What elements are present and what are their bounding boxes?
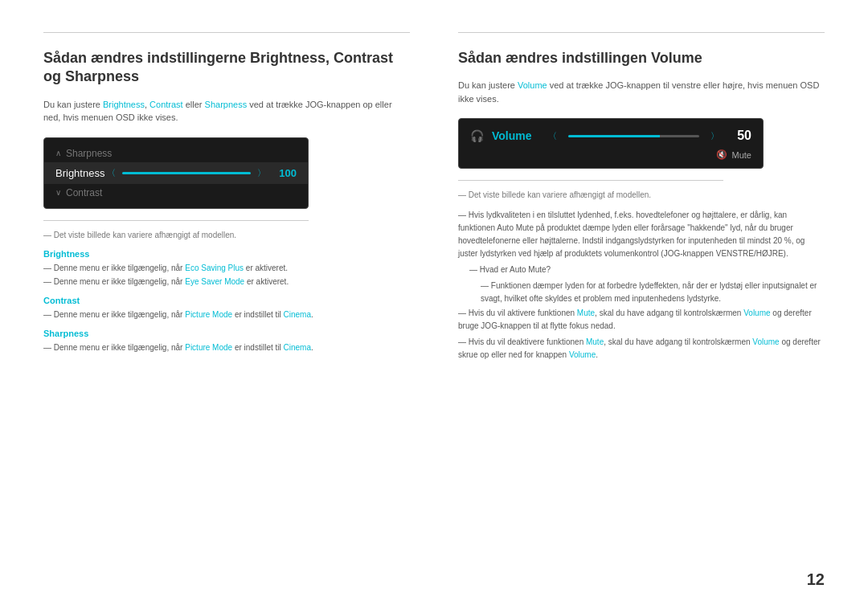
divider: [43, 220, 309, 221]
sharpness-highlight: Sharpness: [205, 100, 248, 109]
chevron-up-icon: ∧: [55, 149, 61, 157]
brightness-label: Brightness: [55, 167, 107, 179]
right-divider: [458, 180, 723, 181]
left-section: Sådan ændres indstillingerne Brightness,…: [43, 32, 410, 581]
volume-slider: [568, 135, 699, 137]
brightness-highlight: Brightness: [103, 100, 145, 109]
slider-right-arrow: 〉: [257, 167, 266, 179]
volume-label: Volume: [492, 129, 540, 142]
right-title: Sådan ændres indstillingen Volume: [458, 49, 825, 67]
right-note-1: Hvis lydkvaliteten i en tilsluttet lyden…: [458, 209, 825, 260]
right-model-note: Det viste billede kan variere afhængigt …: [458, 190, 825, 199]
volume-highlight: Volume: [518, 80, 547, 90]
chevron-down-icon: ∨: [55, 188, 61, 197]
brightness-note-2: Denne menu er ikke tilgængelig, når Eye …: [43, 276, 410, 288]
volume-widget: 🎧 Volume 〈 〉 50 🔇 Mute: [458, 118, 764, 169]
auto-mute-desc: Funktionen dæmper lyden for at forbedre …: [458, 280, 825, 305]
brightness-section-title: Brightness: [43, 249, 410, 259]
model-note: Det viste billede kan variere afhængigt …: [43, 231, 410, 239]
left-title: Sådan ændres indstillingerne Brightness,…: [43, 49, 410, 87]
osd-contrast-row: ∨ Contrast: [44, 184, 308, 202]
contrast-note-1: Denne menu er ikke tilgængelig, når Pict…: [43, 309, 410, 321]
mute-label: Mute: [732, 150, 751, 160]
brightness-slider-container: 〈 〉 100: [107, 167, 297, 179]
sharpness-section-title: Sharpness: [43, 329, 410, 338]
right-section: Sådan ændres indstillingen Volume Du kan…: [458, 32, 825, 581]
page: Sådan ændres indstillingerne Brightness,…: [0, 0, 868, 613]
right-intro: Du kan justere Volume ved at trække JOG-…: [458, 79, 825, 105]
contrast-section-title: Contrast: [43, 296, 410, 305]
sharpness-note-1: Denne menu er ikke tilgængelig, når Pict…: [43, 341, 410, 353]
right-note-deactivate: Hvis du vil deaktivere funktionen Mute, …: [458, 336, 825, 362]
left-intro: Du kan justere Brightness, Contrast elle…: [43, 98, 410, 125]
mute-icon: 🔇: [716, 149, 727, 160]
page-number: 12: [807, 570, 825, 589]
osd-brightness-row: Brightness 〈 〉 100: [44, 162, 308, 184]
volume-left-arrow: 〈: [548, 130, 557, 142]
brightness-value: 100: [272, 167, 297, 179]
volume-value: 50: [727, 129, 751, 143]
right-note-activate: Hvis du vil aktivere funktionen Mute, sk…: [458, 307, 825, 333]
sharpness-label: Sharpness: [66, 148, 112, 159]
brightness-note-1: Denne menu er ikke tilgængelig, når Eco …: [43, 262, 410, 274]
contrast-label: Contrast: [66, 187, 102, 198]
volume-row: 🎧 Volume 〈 〉 50: [470, 125, 751, 146]
contrast-highlight: Contrast: [149, 100, 183, 109]
volume-icon: 🎧: [470, 129, 484, 142]
content-area: Sådan ændres indstillingerne Brightness,…: [43, 32, 825, 581]
osd-sharpness-row: ∧ Sharpness: [44, 145, 308, 162]
osd-widget: ∧ Sharpness Brightness 〈 〉 100 ∨: [43, 137, 309, 209]
slider-left-arrow: 〈: [107, 167, 116, 179]
volume-right-arrow: 〉: [710, 130, 719, 142]
mute-row: 🔇 Mute: [470, 148, 751, 161]
auto-mute-question: — Hvad er Auto Mute?: [458, 264, 825, 276]
brightness-slider: [122, 172, 251, 174]
